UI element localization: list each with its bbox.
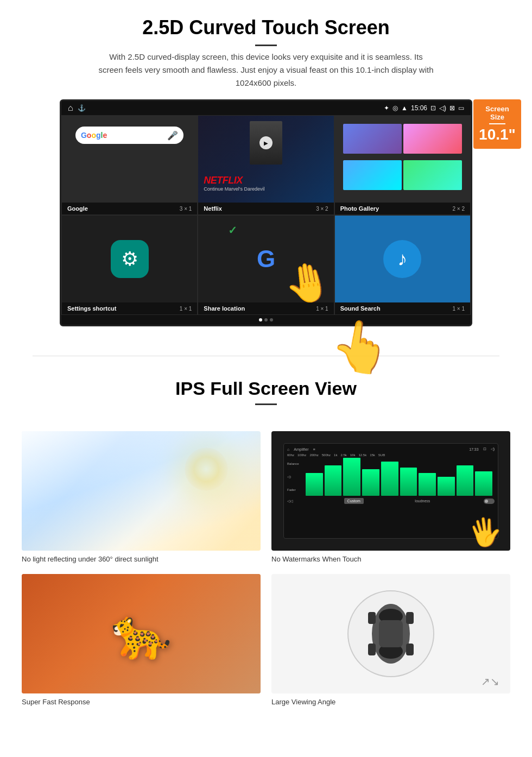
section-separator bbox=[33, 356, 499, 356]
device-wrapper: ⌂ ⚓ ✦ ◎ ▲ 15:06 ⊡ ◁) ⊠ ▭ bbox=[60, 99, 472, 326]
settings-label-name: Settings shortcut bbox=[67, 305, 116, 312]
amp-bar-4 bbox=[362, 469, 379, 496]
screen-size-badge: Screen Size 10.1" bbox=[473, 99, 521, 149]
amp-prev-icon: ◁◁ bbox=[287, 499, 293, 503]
amp-bar-6 bbox=[400, 468, 417, 496]
amp-custom-button[interactable]: Custom bbox=[344, 498, 364, 504]
app-cell-netflix[interactable]: ▶ NETFLIX Continue Marvel's Daredevil Ne… bbox=[198, 115, 334, 215]
sound-icon: ♪ bbox=[383, 240, 421, 278]
app-cell-share[interactable]: G 🤚 ✓ Share location 1 × 1 bbox=[198, 215, 334, 315]
gallery-thumb-2 bbox=[403, 124, 462, 154]
amp-freq-labels: 60hz100hz200hz500hz1k2.5k10k12.5k15kSUB bbox=[287, 453, 495, 457]
gallery-size: 2 × 2 bbox=[452, 206, 465, 212]
share-label-row: Share location 1 × 1 bbox=[198, 302, 333, 314]
badge-title: Screen Size bbox=[478, 105, 517, 121]
sunlight-caption: No light reflecting under 360° direct su… bbox=[22, 555, 261, 563]
car-image: ↗↘ bbox=[271, 574, 510, 693]
title-divider bbox=[255, 45, 277, 46]
angle-arrows: ↗↘ bbox=[481, 675, 499, 688]
amp-loudness-label: loudness bbox=[415, 499, 430, 503]
home-icon: ⌂ bbox=[68, 103, 73, 113]
amp-hand-icon: 🖐 bbox=[466, 514, 504, 551]
amp-bar-7 bbox=[419, 473, 436, 496]
sound-label-row: Sound Search 1 × 1 bbox=[335, 302, 470, 314]
google-cell-inner: Google 🎤 bbox=[62, 116, 197, 203]
gallery-cell-inner bbox=[335, 116, 470, 203]
gallery-thumb-3 bbox=[343, 160, 402, 190]
svg-rect-6 bbox=[406, 644, 414, 655]
cheetah-image: 🐆 bbox=[22, 574, 261, 693]
app-cell-settings[interactable]: ⚙ Settings shortcut 1 × 1 bbox=[61, 215, 198, 315]
hand-touch-pointer: 👆 bbox=[326, 313, 396, 380]
amp-controls: Balance ◁) Fader bbox=[287, 458, 495, 496]
car-circle bbox=[347, 590, 434, 677]
google-search-bar[interactable]: Google 🎤 bbox=[75, 127, 183, 144]
app-cell-google[interactable]: Google 🎤 Google 3 × 1 bbox=[61, 115, 198, 215]
feature-sunlight: No light reflecting under 360° direct su… bbox=[22, 431, 261, 563]
status-icons: ✦ ◎ ▲ 15:06 ⊡ ◁) ⊠ ▭ bbox=[384, 104, 464, 112]
amp-header: ⌂ Amplifier ≡ 17:33 ⊡ ◁) bbox=[287, 447, 495, 451]
usb-icon: ⚓ bbox=[78, 104, 86, 112]
sound-size: 1 × 1 bbox=[452, 306, 465, 312]
gallery-thumb-1 bbox=[343, 124, 402, 154]
netflix-logo-text: NETFLIX bbox=[204, 175, 264, 186]
sound-label-name: Sound Search bbox=[340, 305, 381, 312]
netflix-label: NETFLIX Continue Marvel's Daredevil bbox=[204, 175, 264, 192]
settings-cell-inner: ⚙ bbox=[62, 216, 197, 302]
amp-toggle[interactable] bbox=[484, 499, 495, 504]
amp-bars bbox=[303, 458, 495, 496]
section1-description: With 2.5D curved-display screen, this de… bbox=[98, 51, 434, 90]
amplifier-image: ⌂ Amplifier ≡ 17:33 ⊡ ◁) 60hz100hz200hz5… bbox=[271, 431, 510, 551]
netflix-size: 3 × 2 bbox=[316, 206, 328, 212]
gallery-label-name: Photo Gallery bbox=[340, 205, 379, 212]
badge-value: 10.1" bbox=[478, 127, 517, 143]
window-icon: ▭ bbox=[458, 104, 464, 112]
mic-icon: 🎤 bbox=[167, 130, 178, 141]
app-cell-gallery[interactable]: Photo Gallery 2 × 2 bbox=[334, 115, 471, 215]
status-bar: ⌂ ⚓ ✦ ◎ ▲ 15:06 ⊡ ◁) ⊠ ▭ bbox=[61, 101, 471, 115]
share-g-logo: G bbox=[257, 245, 275, 273]
netflix-subtitle: Continue Marvel's Daredevil bbox=[204, 186, 264, 192]
google-size: 3 × 1 bbox=[180, 206, 192, 212]
amp-title: Amplifier bbox=[294, 447, 308, 451]
amp-bar-10 bbox=[475, 471, 492, 496]
netflix-label-row: Netflix 3 × 2 bbox=[198, 203, 333, 215]
dot-1 bbox=[259, 318, 262, 321]
share-size: 1 × 1 bbox=[316, 306, 328, 312]
volume-icon: ◁) bbox=[439, 104, 446, 112]
sunlight-image bbox=[22, 431, 261, 551]
google-label: Google bbox=[67, 205, 88, 212]
feature-grid: No light reflecting under 360° direct su… bbox=[0, 420, 532, 717]
amp-home-icon: ⌂ bbox=[287, 447, 289, 451]
svg-rect-3 bbox=[368, 612, 376, 624]
section1-title: 2.5D Curved Touch Screen bbox=[33, 16, 499, 39]
cheetah-caption: Super Fast Response bbox=[22, 698, 261, 706]
badge-divider bbox=[489, 123, 505, 124]
section-curved-screen: 2.5D Curved Touch Screen With 2.5D curve… bbox=[0, 0, 532, 339]
app-grid-bottom: ⚙ Settings shortcut 1 × 1 G 🤚 ✓ bbox=[61, 215, 471, 315]
dot-2 bbox=[264, 318, 268, 321]
settings-size: 1 × 1 bbox=[180, 306, 192, 312]
amp-bar-8 bbox=[438, 477, 455, 496]
svg-rect-5 bbox=[368, 644, 376, 655]
app-cell-sound[interactable]: ♪ Sound Search 1 × 1 bbox=[334, 215, 471, 315]
amp-bar-2 bbox=[325, 465, 342, 496]
play-button[interactable]: ▶ bbox=[259, 136, 273, 149]
camera-icon: ⊡ bbox=[430, 104, 436, 112]
feature-car: ↗↘ Large Viewing Angle bbox=[271, 574, 510, 706]
check-icon: ✓ bbox=[228, 224, 237, 237]
clock: 15:06 bbox=[411, 104, 427, 112]
amp-vol-icon: ◁) bbox=[491, 447, 495, 451]
cheetah-emoji: 🐆 bbox=[111, 605, 172, 663]
google-logo: Google bbox=[81, 131, 107, 140]
gallery-thumb-4 bbox=[403, 160, 462, 190]
amp-menu-icon: ≡ bbox=[313, 447, 315, 451]
settings-icon: ⚙ bbox=[111, 240, 149, 278]
hand-pointing-icon: 🤚 bbox=[280, 257, 333, 302]
amp-bar-5 bbox=[381, 462, 398, 496]
app-grid-top: Google 🎤 Google 3 × 1 bbox=[61, 115, 471, 215]
bluetooth-icon: ✦ bbox=[384, 104, 389, 112]
amp-screen: ⌂ Amplifier ≡ 17:33 ⊡ ◁) 60hz100hz200hz5… bbox=[283, 443, 498, 539]
car-caption: Large Viewing Angle bbox=[271, 698, 510, 706]
amp-labels: Balance ◁) Fader bbox=[287, 458, 302, 496]
